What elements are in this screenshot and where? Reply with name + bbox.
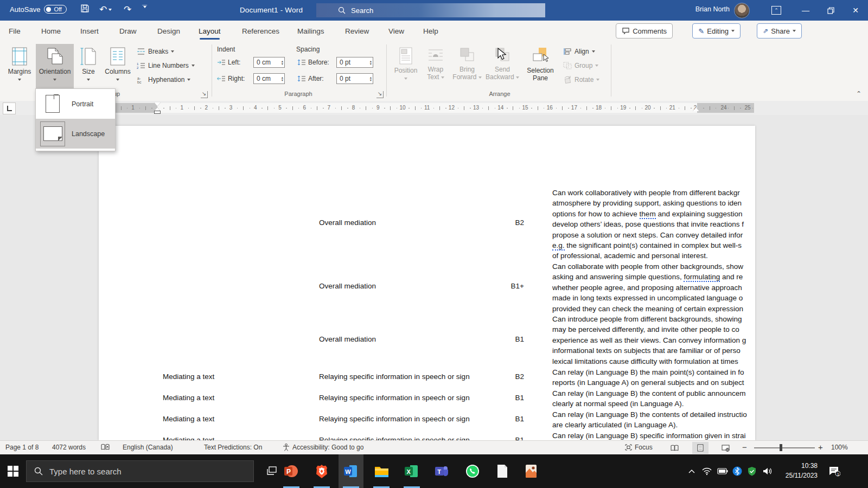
position-button[interactable]: Position [392,44,420,88]
share-button[interactable]: ⇗ Share [757,23,802,38]
menu-item-portrait[interactable]: Portrait [36,89,115,119]
taskbar-powerpoint[interactable]: P [279,454,304,488]
line-numbers-button[interactable]: 12 Line Numbers [137,60,195,72]
undo-button[interactable]: ↶ [99,4,112,15]
ruler-right-margin-zone[interactable]: 2425 [697,103,754,113]
collapse-ribbon-icon[interactable]: ⌃ [856,90,861,98]
zoom-out-button[interactable]: − [742,442,747,452]
taskbar-word[interactable]: W [339,454,363,488]
selection-pane-label: Selection [527,67,553,74]
tab-view[interactable]: View [387,21,405,41]
selection-pane-button[interactable]: Selection Pane [522,44,559,88]
ruler-left-margin-zone[interactable]: 1 [108,103,157,113]
taskbar-teams[interactable]: T [430,454,455,488]
paragraph-dialog-launcher[interactable]: ↘ [376,91,384,98]
taskbar-whatsapp[interactable] [460,454,485,488]
bluetooth-icon[interactable] [731,454,743,488]
customize-quick-access-icon[interactable]: — [142,4,147,8]
read-mode-button[interactable] [666,442,682,454]
wifi-icon[interactable] [700,454,714,488]
language-indicator[interactable]: English (Canada) [123,444,173,451]
wrap-text-button[interactable]: Wrap Text [422,44,449,88]
group-button[interactable]: Group [563,60,598,72]
save-button[interactable] [80,4,90,13]
tray-chevron-icon[interactable] [685,454,699,488]
breaks-button[interactable]: Breaks [137,46,174,57]
tab-insert[interactable]: Insert [79,21,100,41]
minimize-button[interactable]: — [793,0,818,21]
tab-selector[interactable] [3,102,16,114]
bring-forward-button[interactable]: Bring Forward [451,44,483,88]
rotate-button[interactable]: Rotate [563,74,599,86]
print-layout-button[interactable] [692,442,709,454]
zoom-percentage[interactable]: 100% [831,444,848,451]
hanging-indent-marker[interactable] [154,107,161,111]
focus-mode-button[interactable]: Focus [625,444,653,451]
tab-mailings[interactable]: Mailings [296,21,326,41]
word-count[interactable]: 4072 words [52,444,86,451]
size-button[interactable]: Size [76,44,101,88]
page-setup-dialog-launcher[interactable]: ↘ [201,91,208,98]
volume-icon[interactable] [761,454,775,488]
tab-file[interactable]: File [8,21,22,41]
editing-mode-button[interactable]: ✎ Editing [692,23,741,38]
zoom-in-button[interactable]: + [818,442,823,452]
page-indicator[interactable]: Page 1 of 8 [5,444,39,451]
redo-button[interactable]: ↷ [124,4,131,15]
indent-right-field[interactable]: 0 cm ▴▾ [253,73,285,84]
zoom-slider-track[interactable] [754,447,815,448]
indent-right-spinner[interactable]: ▴▾ [282,76,284,81]
spacing-before-field[interactable]: 0 pt ▴▾ [336,57,373,68]
text-predictions[interactable]: Text Predictions: On [204,444,262,451]
close-button[interactable]: ✕ [843,0,868,21]
tab-review[interactable]: Review [344,21,370,41]
tab-home[interactable]: Home [40,21,62,41]
avatar[interactable] [734,3,750,18]
menu-item-landscape[interactable]: Landscape [36,119,115,149]
indent-left-spinner[interactable]: ▴▾ [282,60,284,65]
ribbon-display-options-icon[interactable]: ⌃ [771,6,781,15]
indent-left-field[interactable]: 0 cm ▴▾ [253,57,285,68]
restore-button[interactable] [818,0,843,21]
line-numbers-icon: 12 [137,62,145,69]
zoom-slider-thumb[interactable] [780,444,782,451]
search-box[interactable]: Search [316,3,545,17]
tab-references[interactable]: References [241,21,280,41]
comments-button[interactable]: Comments [616,23,673,38]
accessibility-status[interactable]: Accessibility: Good to go [283,444,363,451]
account-name[interactable]: Brian North [695,5,730,13]
taskbar-brave[interactable] [309,454,334,488]
first-line-indent-marker[interactable] [154,102,161,106]
autosave-pill[interactable]: Off [44,5,66,14]
taskbar-notepad[interactable] [490,454,515,488]
start-button[interactable] [0,454,26,488]
ruler-text-zone[interactable]: 12345678910111213141516171819202122 [157,103,697,113]
taskbar-excel[interactable]: X [399,454,424,488]
taskbar-clock[interactable]: 10:38 25/11/2023 [780,461,818,480]
hyphenation-button[interactable]: a-bc Hyphenation [137,74,190,86]
right-indent-marker[interactable] [693,107,699,111]
proofing-icon[interactable] [101,444,110,451]
tab-draw[interactable]: Draw [118,21,138,41]
tab-layout[interactable]: Layout [197,21,222,41]
autosave-toggle[interactable]: AutoSave Off [10,5,67,14]
taskbar-file-explorer[interactable] [369,454,394,488]
battery-icon[interactable] [715,454,730,488]
taskbar-snip-tool[interactable] [519,454,544,488]
spacing-before-spinner[interactable]: ▴▾ [370,60,373,65]
tab-design[interactable]: Design [156,21,181,41]
security-shield-icon[interactable] [745,454,758,488]
ruler-tick [347,108,348,109]
columns-button[interactable]: Columns [102,44,133,88]
document-page[interactable]: Overall mediationB2Can work collaborativ… [99,126,755,440]
spacing-after-field[interactable]: 0 pt ▴▾ [336,73,373,84]
orientation-button[interactable]: Orientation [36,44,74,88]
left-indent-marker[interactable] [155,111,160,113]
web-layout-button[interactable] [717,442,733,454]
spacing-after-spinner[interactable]: ▴▾ [370,76,373,81]
align-button[interactable]: Align [563,46,595,57]
notification-center-button[interactable]: 1 [824,454,845,488]
taskbar-search-box[interactable]: Type here to search [26,460,254,482]
margins-button[interactable]: Margins [4,44,35,88]
tab-help[interactable]: Help [422,21,439,41]
